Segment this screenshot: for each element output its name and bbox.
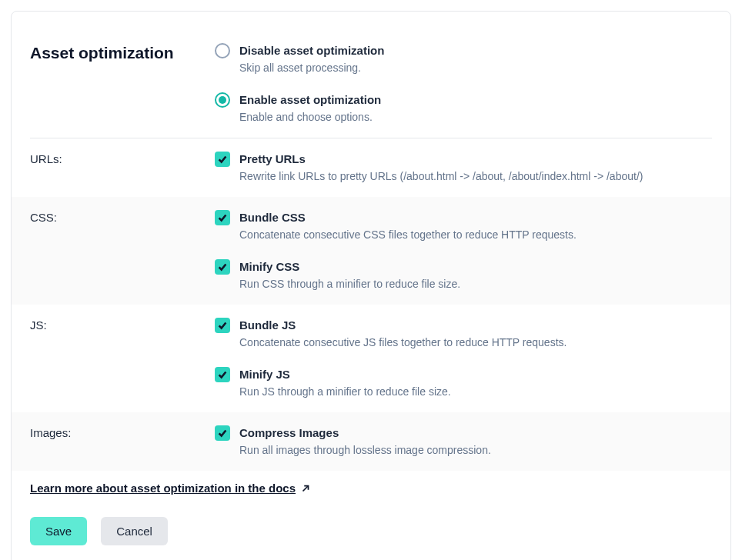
checkbox-checked-icon [215,259,230,275]
section-title: Asset optimization [30,42,215,125]
checkbox-checked-icon [215,425,230,441]
radio-label: Disable asset optimization [239,42,384,58]
checkbox-desc: Run all images through lossless image co… [239,442,491,458]
optimization-mode-section: Asset optimization Disable asset optimiz… [30,42,712,138]
radio-disable-optimization[interactable]: Disable asset optimization Skip all asse… [215,42,712,76]
external-link-icon [300,483,311,494]
checkbox-desc: Run CSS through a minifier to reduce fil… [239,276,460,292]
checkbox-minify-js[interactable]: Minify JS Run JS through a minifier to r… [215,366,712,400]
checkbox-label: Compress Images [239,425,491,441]
radio-selected-icon [215,92,230,108]
checkbox-checked-icon [215,152,230,167]
checkbox-desc: Concatenate consecutive JS files togethe… [239,335,567,351]
checkbox-bundle-js[interactable]: Bundle JS Concatenate consecutive JS fil… [215,317,712,351]
setting-label: Images: [30,425,215,458]
checkbox-desc: Rewrite link URLs to pretty URLs (/about… [239,168,643,185]
setting-row-urls: URLs: Pretty URLs Rewrite link URLs to p… [30,138,712,197]
radio-desc: Skip all asset processing. [239,60,384,76]
radio-desc: Enable and choose options. [239,109,381,125]
checkbox-desc: Concatenate consecutive CSS files togeth… [239,227,577,243]
svg-line-0 [303,485,309,491]
cancel-button[interactable]: Cancel [101,517,168,545]
checkbox-label: Minify CSS [239,258,460,275]
button-row: Save Cancel [30,517,712,545]
learn-more-link[interactable]: Learn more about asset optimization in t… [30,482,311,495]
footer-section: Learn more about asset optimization in t… [30,471,712,545]
radio-label: Enable asset optimization [239,92,381,108]
learn-more-text: Learn more about asset optimization in t… [30,482,296,495]
checkbox-label: Bundle CSS [239,209,577,225]
setting-row-images: Images: Compress Images Run all images t… [12,412,730,471]
setting-label: URLs: [30,151,215,185]
checkbox-checked-icon [215,318,230,333]
save-button[interactable]: Save [30,517,87,545]
checkbox-minify-css[interactable]: Minify CSS Run CSS through a minifier to… [215,258,712,292]
checkbox-label: Minify JS [239,366,451,382]
asset-optimization-card: Asset optimization Disable asset optimiz… [11,11,731,560]
checkbox-label: Bundle JS [239,317,567,333]
setting-label: JS: [30,317,215,400]
setting-row-js: JS: Bundle JS Concatenate consecutive JS… [30,305,712,412]
setting-label: CSS: [30,209,215,292]
checkbox-pretty-urls[interactable]: Pretty URLs Rewrite link URLs to pretty … [215,151,712,185]
radio-unselected-icon [215,43,230,58]
checkbox-desc: Run JS through a minifier to reduce file… [239,384,451,400]
setting-row-css: CSS: Bundle CSS Concatenate consecutive … [12,197,730,305]
checkbox-checked-icon [215,210,230,225]
checkbox-bundle-css[interactable]: Bundle CSS Concatenate consecutive CSS f… [215,209,712,243]
checkbox-compress-images[interactable]: Compress Images Run all images through l… [215,425,712,458]
checkbox-label: Pretty URLs [239,151,643,167]
checkbox-checked-icon [215,367,230,382]
radio-enable-optimization[interactable]: Enable asset optimization Enable and cho… [215,92,712,125]
